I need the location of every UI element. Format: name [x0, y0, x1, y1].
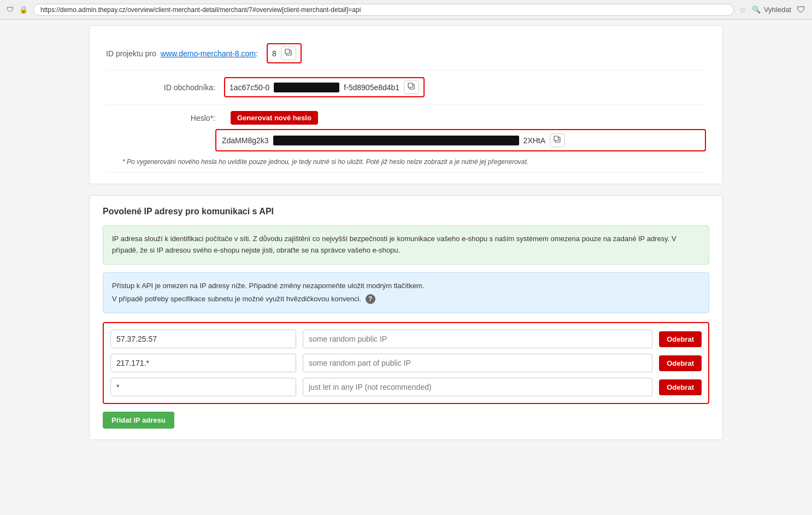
ip-description-1[interactable]: [303, 330, 652, 348]
bookmark-icon[interactable]: ☆: [739, 5, 746, 14]
project-id-label: ID projektu pro www.demo-merchant-8.com:: [106, 49, 258, 58]
ip-row-2: Odebrat: [110, 354, 702, 372]
svg-rect-3: [408, 83, 413, 87]
ip-input-3[interactable]: [110, 378, 296, 396]
search-label: Vyhledat: [764, 5, 791, 14]
password-notice: * Po vygenerování nového hesla ho uvidít…: [122, 158, 706, 166]
ip-input-2[interactable]: [110, 354, 296, 372]
remove-ip-1-button[interactable]: Odebrat: [659, 331, 702, 347]
svg-rect-5: [554, 136, 558, 141]
ip-section-title: Povolené IP adresy pro komunikaci s API: [103, 207, 709, 216]
copy-merchant-id-button[interactable]: [404, 80, 419, 94]
add-ip-button[interactable]: Přidat IP adresu: [103, 412, 174, 429]
ip-info-blue: Přístup k API je omezen na IP adresy níž…: [103, 272, 709, 314]
password-suffix: 2XHtA: [523, 136, 545, 145]
url-bar[interactable]: https://demo.admin.thepay.cz/overview/cl…: [33, 4, 734, 16]
password-value-box: ZdaMM8g2k3 2XHtA: [215, 129, 706, 151]
merchant-id-suffix: f-5d8905e8d4b1: [344, 83, 399, 92]
ip-row-1: Odebrat: [110, 330, 702, 348]
lock-icon: 🔒: [19, 5, 28, 14]
search-icon: 🔍: [752, 5, 761, 14]
browser-chrome: 🛡 🔒 https://demo.admin.thepay.cz/overvie…: [0, 0, 812, 20]
password-prefix: ZdaMM8g2k3: [222, 136, 269, 145]
password-row: Heslo*: Generovat nové heslo ZdaMM8g2k3 …: [106, 104, 706, 173]
search-area: 🔍 Vyhledat: [752, 5, 791, 14]
ip-section: Povolené IP adresy pro komunikaci s API …: [89, 195, 723, 440]
remove-ip-2-button[interactable]: Odebrat: [659, 355, 702, 371]
password-label-line: Heslo*: Generovat nové heslo: [106, 111, 706, 125]
page-content: ID projektu pro www.demo-merchant-8.com:…: [78, 25, 734, 440]
shield-icon: 🛡: [7, 5, 14, 14]
password-label: Heslo*:: [106, 114, 215, 122]
shield-right-icon: 🛡: [797, 5, 805, 15]
merchant-id-box: 1ac67c50-0 f-5d8905e8d4b1: [224, 77, 425, 97]
project-id-box: 8: [267, 43, 302, 63]
svg-rect-1: [285, 49, 290, 54]
remove-ip-3-button[interactable]: Odebrat: [659, 379, 702, 395]
ip-info-blue-line2: V případě potřeby specifikace subnetu je…: [112, 294, 700, 305]
url-text: https://demo.admin.thepay.cz/overview/cl…: [40, 6, 361, 14]
ip-description-2[interactable]: [303, 354, 652, 372]
merchant-id-prefix: 1ac67c50-0: [230, 83, 269, 92]
ip-info-blue-line1: Přístup k API je omezen na IP adresy níž…: [112, 280, 700, 292]
ip-info-green: IP adresa slouží k identifikaci počítače…: [103, 225, 709, 265]
copy-project-id-button[interactable]: [281, 46, 296, 60]
copy-password-button[interactable]: [550, 133, 565, 147]
password-redacted: [273, 136, 519, 145]
merchant-id-row: ID obchodníka: 1ac67c50-0 f-5d8905e8d4b1: [106, 71, 706, 104]
merchant-id-redacted: [274, 83, 339, 92]
ip-input-1[interactable]: [110, 330, 296, 348]
info-card: ID projektu pro www.demo-merchant-8.com:…: [89, 25, 723, 184]
ip-table-area: Odebrat Odebrat Odebrat: [103, 322, 709, 404]
merchant-link[interactable]: www.demo-merchant-8.com: [161, 49, 256, 58]
merchant-id-label: ID obchodníka:: [106, 83, 215, 92]
project-id-row: ID projektu pro www.demo-merchant-8.com:…: [106, 37, 706, 71]
help-icon[interactable]: ?: [366, 294, 375, 304]
project-id-value: 8: [272, 49, 276, 58]
ip-description-3[interactable]: [303, 378, 652, 396]
ip-row-3: Odebrat: [110, 378, 702, 396]
generate-password-button[interactable]: Generovat nové heslo: [231, 111, 318, 125]
